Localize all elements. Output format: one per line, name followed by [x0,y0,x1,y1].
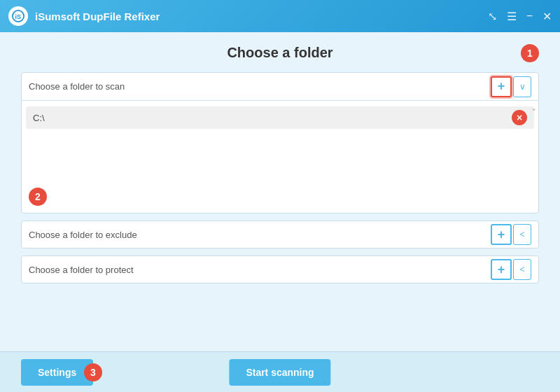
scan-add-button[interactable]: + [491,76,512,97]
step2-badge: 2 [29,188,47,206]
app-logo: iS [8,6,28,26]
close-icon[interactable]: ✕ [542,10,552,23]
share-icon[interactable]: ⤡ [488,10,497,23]
protect-add-button[interactable]: + [491,259,512,280]
page-title: Choose a folder [227,45,332,60]
start-scanning-button[interactable]: Start scanning [229,359,330,386]
svg-text:iS: iS [15,13,22,20]
scroll-hint-down: ⌄ [531,104,537,113]
scan-expand-button[interactable]: ∨ [513,76,531,97]
exclude-add-button[interactable]: + [491,224,512,245]
exclude-folder-panel: Choose a folder to exclude + < [21,220,539,248]
scan-panel-label: Choose a folder to scan [29,81,488,92]
exclude-panel-label: Choose a folder to exclude [29,230,488,240]
scan-panel-header: Choose a folder to scan + ∨ [22,73,538,101]
app-title: iSumsoft DupFile Refixer [35,10,488,22]
menu-icon[interactable]: ☰ [507,10,517,23]
remove-folder-button[interactable]: × [512,110,527,125]
folder-row: C:\ × [26,106,534,129]
footer: Settings 3 Start scanning [0,351,560,392]
scan-folder-panel: Choose a folder to scan + ∨ C:\ × 2 ⌄ [21,72,539,214]
protect-collapse-button[interactable]: < [513,259,531,280]
minimize-icon[interactable]: − [526,10,533,22]
step3-badge: 3 [84,363,102,382]
titlebar: iS iSumsoft DupFile Refixer ⤡ ☰ − ✕ [0,0,560,32]
scan-folder-list: C:\ × 2 ⌄ [22,101,538,213]
exclude-collapse-button[interactable]: < [513,224,531,245]
window-controls: ⤡ ☰ − ✕ [488,10,552,23]
protect-folder-panel: Choose a folder to protect + < [21,255,539,284]
step1-badge: 1 [521,44,539,62]
folder-path: C:\ [33,113,512,123]
protect-panel-label: Choose a folder to protect [29,265,488,275]
main-content: Choose a folder 1 Choose a folder to sca… [0,32,560,351]
settings-button[interactable]: Settings [21,359,93,386]
